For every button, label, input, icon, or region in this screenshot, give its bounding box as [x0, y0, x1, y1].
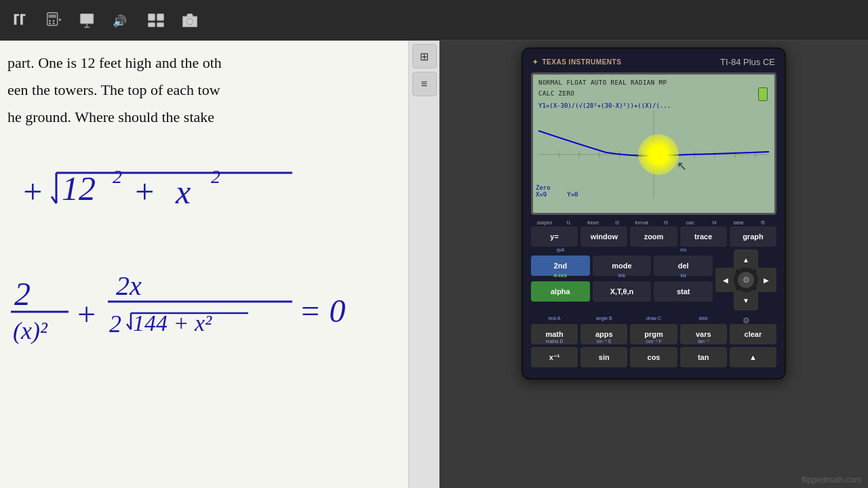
graph-label: graph	[743, 232, 764, 241]
vars-label: vars	[696, 330, 711, 338]
gear-icon: ⚙	[743, 275, 750, 285]
ti-star-icon: ✦	[532, 58, 538, 66]
window-label: window	[591, 232, 618, 241]
dpad-down-button[interactable]: ▼	[734, 290, 758, 310]
brand-text: TEXAS INSTRUMENTS	[542, 58, 622, 66]
zoom-button[interactable]: zoom	[630, 226, 677, 247]
dpad-left-button[interactable]: ◀	[715, 268, 736, 292]
watermark: flippedmath.com	[802, 475, 861, 485]
cos-inv-sublabel: cos⁻¹ F	[630, 339, 677, 344]
sin-label: sin	[599, 353, 610, 361]
test-sublabel: test A	[531, 316, 578, 321]
graph-button[interactable]: graph	[730, 226, 776, 247]
screen-status: NORMAL FLOAT AUTO REAL RADIAN MP CALC ZE…	[538, 79, 769, 101]
grid-button[interactable]: ⊞	[412, 44, 437, 68]
xt-label: X,T,θ,n	[610, 287, 634, 296]
tan-button[interactable]: tan⁻¹ tan	[680, 347, 727, 367]
zoom-label: zoom	[644, 232, 664, 241]
calc-header: ✦ TEXAS INSTRUMENTS TI-84 Plus CE	[531, 57, 776, 67]
zero-indicator: Zero X=9 Y=0	[536, 184, 578, 198]
svg-point-5	[53, 22, 55, 24]
cursor: ↖	[677, 159, 687, 174]
screen-formula: Y1=(X-30)/(√(28²+(30-X)²))+((X)/(...	[538, 102, 769, 109]
matrix-sublabel: matrix D	[531, 339, 578, 344]
sq-x: 2	[211, 166, 220, 187]
text-line-2: een the towers. The top of each tow	[7, 81, 220, 98]
alpha-label: alpha	[551, 287, 570, 296]
dpad-up-button[interactable]: ▲	[734, 249, 758, 270]
quit-sublabel: quit	[531, 247, 590, 252]
y-equals-button[interactable]: y=	[531, 226, 578, 247]
math-label: math	[545, 330, 563, 338]
denom-expr: 144 + x²	[133, 310, 212, 336]
nav-row: quit 2nd mode ins del	[531, 249, 776, 310]
layout-icon[interactable]	[142, 7, 170, 34]
whiteboard: part. One is 12 feet high and the oth ee…	[0, 41, 439, 488]
func-calc: calc	[678, 220, 703, 225]
zero-label: Zero	[536, 184, 578, 191]
svg-rect-10	[149, 14, 155, 20]
x-value: X=9	[536, 191, 547, 198]
alpha-button[interactable]: A-lock alpha	[531, 281, 590, 302]
dpad-right-button[interactable]: ▶	[756, 268, 776, 292]
angle-sublabel: angle B	[580, 316, 627, 321]
trace-button[interactable]: trace	[680, 226, 727, 247]
x-inverse-button[interactable]: matrix D x⁻¹	[531, 347, 578, 367]
svg-line-21	[127, 324, 131, 329]
sin-inv-sublabel: sin⁻¹ E	[580, 339, 627, 344]
func-f4: f4	[703, 220, 727, 225]
num-12: 12	[62, 169, 96, 207]
up-arrow-label: ▲	[749, 353, 757, 361]
equals-zero: = 0	[299, 293, 345, 329]
status-line2: CALC ZERO	[538, 89, 574, 98]
frac-2: 2	[14, 276, 31, 312]
y-value: Y=0	[567, 191, 578, 198]
sin-button[interactable]: sin⁻¹ E sin	[580, 347, 627, 367]
num-2x: 2x	[116, 270, 142, 301]
whiteboard-sidebar: ⊞ ≡	[408, 41, 439, 488]
calculator-dropdown-icon[interactable]	[41, 7, 68, 34]
clear-button[interactable]: clear	[730, 324, 776, 344]
prgm-label: prgm	[644, 330, 663, 338]
svg-rect-0	[47, 12, 58, 25]
main-content: part. One is 12 feet high and the oth ee…	[0, 41, 868, 488]
dpad-center-inner: ⚙	[738, 272, 754, 288]
2nd-label: 2nd	[554, 262, 568, 270]
camera-icon[interactable]	[176, 7, 203, 34]
func-f5: f5	[751, 220, 775, 225]
dpad: ▲ ▼ ◀ ▶ ⚙ ⚙	[715, 249, 776, 310]
alock-sublabel: A-lock	[531, 273, 590, 278]
up-arrow-button[interactable]: ▲	[730, 347, 776, 367]
svg-point-14	[186, 18, 193, 24]
plus-sign-2: +	[75, 296, 97, 332]
cos-label: cos	[648, 353, 660, 361]
svg-line-16	[52, 197, 56, 203]
stat-label: stat	[677, 287, 690, 296]
plus-sign: +	[21, 173, 44, 211]
trace-label: trace	[694, 232, 712, 241]
x-t-theta-button[interactable]: link X,T,θ,n	[593, 281, 652, 302]
ti-logo-icon[interactable]	[7, 7, 34, 34]
text-line-3: he ground. Where should the stake	[7, 108, 214, 125]
svg-rect-13	[157, 22, 163, 26]
model-text: TI-84 Plus CE	[720, 57, 775, 67]
cos-button[interactable]: cos⁻¹ F cos	[630, 347, 677, 367]
link-sublabel: link	[593, 273, 652, 278]
apps-label: apps	[595, 330, 613, 338]
window-button[interactable]: window	[580, 226, 627, 247]
svg-point-4	[49, 22, 51, 24]
tan-label: tan	[698, 353, 709, 361]
stat-button[interactable]: list stat	[654, 281, 713, 302]
audio-icon[interactable]: 🔊	[108, 7, 136, 34]
del-label: del	[678, 262, 689, 270]
status-line1: NORMAL FLOAT AUTO REAL RADIAN MP	[538, 79, 667, 86]
func-labels: statplot f1 tblset f2 format f3 calc f4 …	[531, 220, 776, 225]
list-button[interactable]: ≡	[412, 72, 437, 96]
presentation-icon[interactable]	[75, 7, 102, 34]
mode-label: mode	[612, 262, 631, 270]
toolbar: 🔊	[0, 0, 868, 41]
ti84-calculator: ✦ TEXAS INSTRUMENTS TI-84 Plus CE NORMAL…	[521, 47, 786, 380]
calc-brand: ✦ TEXAS INSTRUMENTS	[532, 58, 621, 66]
sq-12: 2	[113, 166, 122, 187]
svg-point-2	[49, 20, 51, 22]
